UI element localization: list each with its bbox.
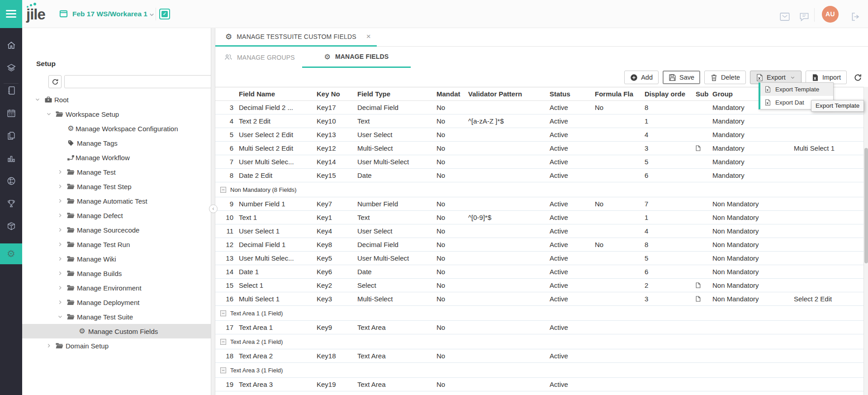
scrollbar-thumb[interactable]: [864, 148, 868, 263]
tab-manage-testsuite-custom-fields[interactable]: ⚙ MANAGE TESTSUITE CUSTOM FIELDS ×: [215, 28, 377, 47]
workarea-checkbox[interactable]: ✓: [159, 9, 170, 19]
column-header-key[interactable]: Key No: [317, 87, 355, 101]
tree-item-manage-deployment[interactable]: Manage Deployment: [22, 295, 211, 309]
column-header-validator[interactable]: Validator Pattern: [468, 87, 546, 101]
column-header-order[interactable]: Display orde: [645, 87, 693, 101]
sidebar-item-trophy[interactable]: [0, 195, 22, 213]
group-row-non-mandatory-8-fields[interactable]: −Non Mandatory (8 Fields): [215, 182, 868, 197]
tree-item-manage-test-step[interactable]: Manage Test Step: [22, 179, 211, 194]
tree-item-manage-tags[interactable]: Manage Tags: [22, 136, 211, 150]
table-row[interactable]: 9Number Field 1Key7Number FieldNoActiveN…: [215, 197, 868, 211]
delete-button[interactable]: Delete: [704, 71, 746, 84]
workspace-selector[interactable]: Feb 17 WS/Workarea 1: [72, 10, 147, 18]
column-header-status[interactable]: Status: [550, 87, 591, 101]
tab-manage-groups[interactable]: MANAGE GROUPS: [224, 47, 295, 68]
table-row[interactable]: 19Text Area 3Key19Text AreaNoActive: [215, 378, 868, 391]
group-row-text-area-2-1-field[interactable]: −Text Area 2 (1 Field): [215, 334, 868, 349]
chevron-right-icon[interactable]: [57, 270, 66, 277]
table-row[interactable]: 16Multi Select 1Key3Multi-SelectNoActive…: [215, 292, 868, 306]
collapse-group-icon[interactable]: −: [220, 310, 226, 316]
tree-item-manage-wiki[interactable]: Manage Wiki: [22, 252, 211, 266]
table-row[interactable]: 7User Multi Selec...Key14User Multi-Sele…: [215, 155, 868, 169]
save-button[interactable]: Save: [663, 71, 700, 84]
group-row-text-area-3-1-field[interactable]: −Text Area 3 (1 Field): [215, 363, 868, 378]
tree-item-manage-sourcecode[interactable]: Manage Sourcecode: [22, 223, 211, 237]
table-row[interactable]: 5User Select 2 EditKey13User SelectNoAct…: [215, 128, 868, 142]
chevron-down-icon[interactable]: [148, 11, 155, 18]
chevron-right-icon[interactable]: [57, 255, 66, 262]
sidebar-item-box[interactable]: [0, 217, 22, 235]
chevron-right-icon[interactable]: [57, 168, 66, 176]
sidebar-item-calendar[interactable]: [0, 104, 22, 122]
collapse-group-icon[interactable]: −: [220, 367, 226, 373]
table-row[interactable]: 18Text Area 2Key18Text AreaNoActive: [215, 349, 868, 363]
sidebar-item-globe[interactable]: [0, 172, 22, 190]
chevron-down-icon[interactable]: [34, 96, 44, 103]
tree-item-manage-workflow[interactable]: Manage Workflow: [22, 150, 211, 165]
pages-icon: [6, 131, 16, 141]
sidebar-item-chart[interactable]: [0, 149, 22, 167]
sidebar-item-pages[interactable]: [0, 127, 22, 145]
logout-icon[interactable]: [850, 11, 861, 22]
tree-item-manage-test-suite[interactable]: Manage Test Suite: [22, 309, 211, 324]
chevron-right-icon[interactable]: [57, 197, 66, 205]
tree-item-manage-test-run[interactable]: Manage Test Run: [22, 237, 211, 252]
chevron-right-icon[interactable]: [46, 342, 55, 349]
tree-item-manage-custom-fields[interactable]: ⚙Manage Custom Fields: [22, 324, 211, 338]
tree-item-manage-environment[interactable]: Manage Environment: [22, 281, 211, 295]
tab-manage-fields[interactable]: ⚙ MANAGE FIELDS: [302, 47, 411, 68]
column-header-sub[interactable]: Sub: [696, 87, 710, 101]
inbox-icon[interactable]: [779, 11, 791, 23]
table-row[interactable]: 11User Select 1Key4User SelectNoActive4N…: [215, 224, 868, 238]
tree-item-manage-workspace-configuration[interactable]: ⚙Manage Workspace Configuration: [22, 121, 211, 136]
tree-item-manage-builds[interactable]: Manage Builds: [22, 266, 211, 281]
chevron-down-icon[interactable]: [57, 313, 66, 320]
tree-item-manage-automatic-test[interactable]: Manage Automatic Test: [22, 194, 211, 208]
tree-item-manage-test[interactable]: Manage Test: [22, 165, 211, 179]
table-row[interactable]: 10Text 1Key1TextNo^[0-9]*$Active1Non Man…: [215, 211, 868, 224]
tree-item-workspace-setup[interactable]: Workspace Setup: [22, 107, 211, 121]
column-header-name[interactable]: Field Name: [239, 87, 313, 101]
excel-icon: [764, 86, 771, 93]
tree-item-domain-setup[interactable]: Domain Setup: [22, 338, 211, 353]
close-tab-icon[interactable]: ×: [366, 32, 371, 41]
table-row[interactable]: 12Decimal Field 1Key8Decimal FieldNoActi…: [215, 238, 868, 252]
table-row[interactable]: 14Date 1Key6DateNoActive6Non Mandatory: [215, 265, 868, 279]
table-row[interactable]: 17Text Area 1Key9Text AreaNoActive: [215, 321, 868, 334]
tree-refresh-button[interactable]: [48, 75, 62, 88]
sidebar-item-home[interactable]: [0, 36, 22, 54]
refresh-button[interactable]: [852, 72, 863, 83]
vertical-scrollbar[interactable]: [863, 87, 868, 395]
table-row[interactable]: 8Date 2 EditKey15DateNoActive6Mandatory: [215, 169, 868, 182]
chevron-right-icon[interactable]: [57, 241, 66, 248]
table-row[interactable]: 13User Multi Selec...Key5User Multi-Sele…: [215, 252, 868, 265]
hamburger-menu-icon[interactable]: [0, 0, 22, 28]
table-row[interactable]: 6Multi Select 2 EditKey12Multi-SelectNoA…: [215, 142, 868, 155]
sidebar-item-gear[interactable]: ⚙: [0, 243, 22, 264]
chevron-right-icon[interactable]: [57, 183, 66, 190]
tree-item-root[interactable]: Root: [22, 92, 211, 107]
table-row[interactable]: 15Select 1Key2SelectNoActive2Non Mandato…: [215, 279, 868, 292]
chevron-down-icon[interactable]: [46, 110, 55, 118]
column-header-formula[interactable]: Formula Fla: [595, 87, 642, 101]
sidebar-item-layers[interactable]: [0, 59, 22, 77]
table-row[interactable]: 4Text 2 EditKey10TextNo^[a-zA-Z ]*$Activ…: [215, 114, 868, 128]
chevron-right-icon[interactable]: [57, 212, 66, 219]
tree-item-manage-defect[interactable]: Manage Defect: [22, 208, 211, 223]
column-header-ftype[interactable]: Field Type: [357, 87, 433, 101]
collapse-group-icon[interactable]: −: [220, 339, 226, 345]
export-template-menu-item[interactable]: Export Template: [760, 83, 833, 96]
cell-num: 8: [215, 169, 233, 182]
chevron-right-icon[interactable]: [57, 299, 66, 306]
column-header-mand[interactable]: Mandat: [436, 87, 465, 101]
avatar[interactable]: AU: [822, 6, 839, 23]
collapse-group-icon[interactable]: −: [220, 187, 226, 193]
chat-icon[interactable]: [798, 11, 810, 23]
panel-collapse-handle[interactable]: ‹: [209, 205, 218, 213]
tree-search-input[interactable]: [64, 75, 227, 88]
chevron-right-icon[interactable]: [57, 226, 66, 233]
sidebar-item-notebook[interactable]: [0, 81, 22, 100]
add-button[interactable]: Add: [624, 71, 659, 84]
group-row-text-area-1-1-field[interactable]: −Text Area 1 (1 Field): [215, 306, 868, 321]
chevron-right-icon[interactable]: [57, 284, 66, 291]
